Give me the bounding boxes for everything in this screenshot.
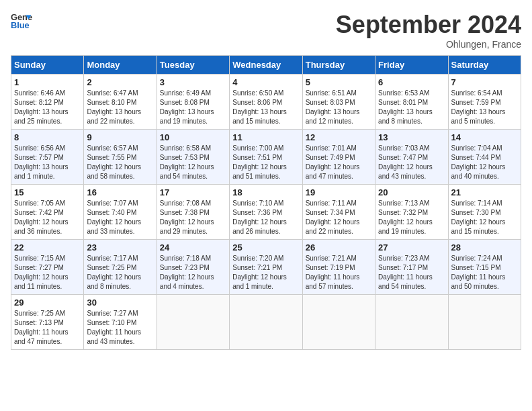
table-row (302, 295, 375, 350)
daylight-info: Daylight: 12 hours and 40 minutes. (451, 163, 506, 180)
sunset-info: Sunset: 7:21 PM (232, 264, 282, 271)
day-number: 22 (14, 242, 81, 253)
day-number: 25 (232, 242, 299, 253)
sunrise-info: Sunrise: 7:11 AM (306, 199, 357, 207)
sunrise-info: Sunrise: 7:01 AM (306, 144, 357, 152)
sunrise-info: Sunrise: 7:24 AM (451, 255, 502, 262)
daylight-info: Daylight: 13 hours and 22 minutes. (87, 108, 141, 125)
sunrise-info: Sunrise: 7:23 AM (378, 255, 429, 262)
table-row: 24 Sunrise: 7:18 AM Sunset: 7:23 PM Dayl… (157, 240, 229, 295)
day-number: 2 (87, 77, 153, 87)
daylight-info: Daylight: 13 hours and 19 minutes. (160, 108, 214, 125)
daylight-info: Daylight: 12 hours and 29 minutes. (160, 218, 214, 235)
table-row: 3 Sunrise: 6:49 AM Sunset: 8:08 PM Dayli… (157, 75, 229, 130)
sunrise-info: Sunrise: 6:54 AM (451, 89, 502, 97)
sunrise-info: Sunrise: 7:05 AM (14, 199, 65, 207)
day-number: 14 (451, 132, 518, 142)
sunrise-info: Sunrise: 7:08 AM (160, 199, 211, 207)
day-number: 21 (451, 187, 518, 197)
sunrise-info: Sunrise: 6:47 AM (87, 89, 138, 97)
sunrise-info: Sunrise: 7:00 AM (232, 144, 283, 152)
sunrise-info: Sunrise: 7:18 AM (160, 255, 211, 262)
table-row: 14 Sunrise: 7:04 AM Sunset: 7:44 PM Dayl… (448, 130, 521, 185)
sunrise-info: Sunrise: 7:07 AM (87, 199, 138, 207)
table-row: 9 Sunrise: 6:57 AM Sunset: 7:55 PM Dayli… (84, 130, 157, 185)
day-number: 27 (378, 242, 445, 253)
day-number: 5 (306, 77, 372, 87)
day-of-week-header: Tuesday (157, 56, 229, 75)
daylight-info: Daylight: 12 hours and 1 minute. (232, 273, 287, 290)
daylight-info: Daylight: 12 hours and 11 minutes. (14, 273, 69, 290)
day-of-week-header: Wednesday (230, 56, 302, 75)
svg-text:Blue: Blue (11, 20, 30, 30)
table-row: 29 Sunrise: 7:25 AM Sunset: 7:13 PM Dayl… (11, 295, 84, 350)
daylight-info: Daylight: 12 hours and 8 minutes. (87, 273, 141, 290)
table-row: 23 Sunrise: 7:17 AM Sunset: 7:25 PM Dayl… (84, 240, 157, 295)
table-row: 13 Sunrise: 7:03 AM Sunset: 7:47 PM Dayl… (375, 130, 448, 185)
table-row: 11 Sunrise: 7:00 AM Sunset: 7:51 PM Dayl… (230, 130, 302, 185)
sunrise-info: Sunrise: 6:50 AM (232, 89, 283, 97)
day-number: 11 (232, 132, 299, 142)
sunrise-info: Sunrise: 7:13 AM (378, 199, 429, 207)
sunrise-info: Sunrise: 7:17 AM (87, 255, 138, 262)
sunset-info: Sunset: 7:13 PM (14, 319, 64, 326)
sunset-info: Sunset: 7:34 PM (306, 209, 355, 216)
sunrise-info: Sunrise: 7:27 AM (87, 310, 138, 317)
sunset-info: Sunset: 8:01 PM (378, 99, 428, 106)
calendar-table: SundayMondayTuesdayWednesdayThursdayFrid… (11, 55, 521, 350)
sunrise-info: Sunrise: 6:57 AM (87, 144, 138, 152)
daylight-info: Daylight: 13 hours and 15 minutes. (232, 108, 287, 125)
location: Ohlungen, France (336, 39, 521, 50)
day-number: 8 (14, 132, 81, 142)
day-number: 17 (160, 187, 226, 197)
sunrise-info: Sunrise: 7:14 AM (451, 199, 502, 207)
day-number: 20 (378, 187, 445, 197)
day-of-week-header: Monday (84, 56, 157, 75)
day-number: 13 (378, 132, 445, 142)
sunrise-info: Sunrise: 6:56 AM (14, 144, 65, 152)
day-number: 28 (451, 242, 518, 253)
day-number: 4 (232, 77, 299, 87)
sunset-info: Sunset: 7:30 PM (451, 209, 501, 216)
table-row: 22 Sunrise: 7:15 AM Sunset: 7:27 PM Dayl… (11, 240, 84, 295)
sunrise-info: Sunrise: 6:49 AM (160, 89, 211, 97)
table-row: 20 Sunrise: 7:13 AM Sunset: 7:32 PM Dayl… (375, 185, 448, 240)
sunrise-info: Sunrise: 7:03 AM (378, 144, 429, 152)
daylight-info: Daylight: 12 hours and 47 minutes. (306, 163, 360, 180)
sunset-info: Sunset: 8:10 PM (87, 99, 136, 106)
sunset-info: Sunset: 7:19 PM (306, 264, 355, 271)
table-row: 7 Sunrise: 6:54 AM Sunset: 7:59 PM Dayli… (448, 75, 521, 130)
daylight-info: Daylight: 12 hours and 54 minutes. (160, 163, 214, 180)
daylight-info: Daylight: 13 hours and 1 minute. (14, 163, 69, 180)
table-row: 19 Sunrise: 7:11 AM Sunset: 7:34 PM Dayl… (302, 185, 375, 240)
sunset-info: Sunset: 7:27 PM (14, 264, 64, 271)
table-row: 5 Sunrise: 6:51 AM Sunset: 8:03 PM Dayli… (302, 75, 375, 130)
table-row: 25 Sunrise: 7:20 AM Sunset: 7:21 PM Dayl… (230, 240, 302, 295)
day-of-week-header: Saturday (448, 56, 521, 75)
table-row: 2 Sunrise: 6:47 AM Sunset: 8:10 PM Dayli… (84, 75, 157, 130)
day-number: 15 (14, 187, 81, 197)
title-block: September 2024 Ohlungen, France (336, 11, 521, 50)
day-number: 10 (160, 132, 226, 142)
sunrise-info: Sunrise: 6:46 AM (14, 89, 65, 97)
table-row: 26 Sunrise: 7:21 AM Sunset: 7:19 PM Dayl… (302, 240, 375, 295)
sunrise-info: Sunrise: 7:10 AM (232, 199, 283, 207)
sunset-info: Sunset: 7:44 PM (451, 154, 501, 161)
sunrise-info: Sunrise: 7:04 AM (451, 144, 502, 152)
sunset-info: Sunset: 7:36 PM (232, 209, 282, 216)
sunrise-info: Sunrise: 7:25 AM (14, 310, 65, 317)
day-number: 7 (451, 77, 518, 87)
daylight-info: Daylight: 13 hours and 8 minutes. (378, 108, 433, 125)
daylight-info: Daylight: 11 hours and 43 minutes. (87, 328, 141, 345)
daylight-info: Daylight: 12 hours and 22 minutes. (306, 218, 360, 235)
sunrise-info: Sunrise: 7:15 AM (14, 255, 65, 262)
daylight-info: Daylight: 11 hours and 47 minutes. (14, 328, 69, 345)
day-number: 16 (87, 187, 153, 197)
daylight-info: Daylight: 11 hours and 50 minutes. (451, 273, 506, 290)
logo-icon: General Blue (11, 11, 32, 32)
day-number: 6 (378, 77, 445, 87)
table-row: 21 Sunrise: 7:14 AM Sunset: 7:30 PM Dayl… (448, 185, 521, 240)
table-row: 18 Sunrise: 7:10 AM Sunset: 7:36 PM Dayl… (230, 185, 302, 240)
sunrise-info: Sunrise: 7:21 AM (306, 255, 357, 262)
day-number: 12 (306, 132, 372, 142)
